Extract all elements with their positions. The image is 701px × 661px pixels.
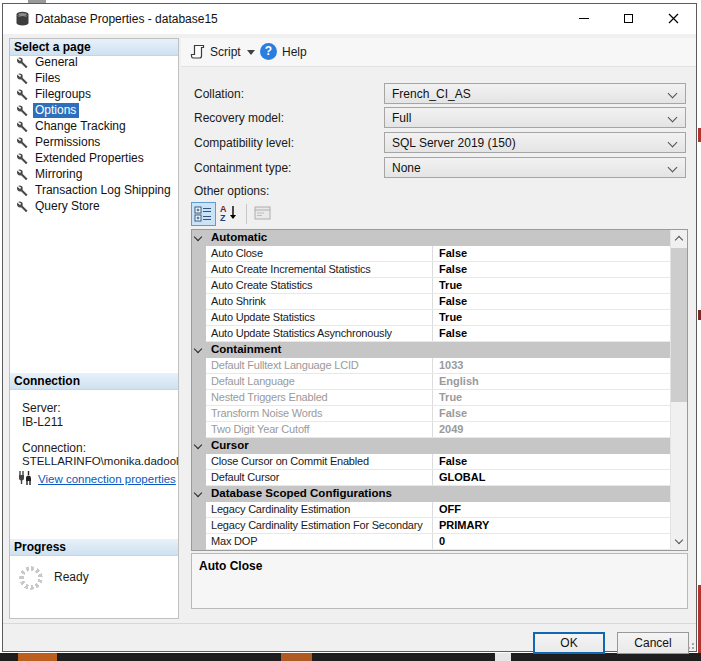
category-cursor[interactable]: Cursor	[192, 438, 670, 454]
wrench-icon	[16, 104, 29, 117]
alphabetical-view-button[interactable]: A Z	[217, 202, 242, 226]
close-button[interactable]	[651, 4, 696, 33]
wrench-icon	[16, 152, 29, 165]
recovery-model-label: Recovery model:	[194, 111, 284, 125]
progress-status: Ready	[54, 570, 89, 584]
property-description-box: Auto Close	[191, 553, 688, 609]
sidebar-item-filegroups[interactable]: Filegroups	[10, 86, 178, 102]
svg-text:Z: Z	[220, 213, 226, 223]
wrench-icon	[16, 184, 29, 197]
property-row[interactable]: Max DOP0	[206, 534, 670, 550]
titlebar[interactable]: Database Properties - database15	[3, 4, 696, 34]
sidebar-item-files[interactable]: Files	[10, 70, 178, 86]
property-row[interactable]: Auto Update StatisticsTrue	[206, 310, 670, 326]
sidebar-item-transaction-log-shipping[interactable]: Transaction Log Shipping	[10, 182, 178, 198]
collapse-icon	[194, 345, 202, 353]
connection-header: Connection	[10, 373, 178, 390]
collapse-icon	[194, 233, 202, 241]
grid-scrollbar[interactable]	[670, 230, 687, 550]
property-row[interactable]: Auto Create Incremental StatisticsFalse	[206, 262, 670, 278]
property-row[interactable]: Auto Create StatisticsTrue	[206, 278, 670, 294]
wrench-icon	[16, 88, 29, 101]
property-row[interactable]: Legacy Cardinality Estimation For Second…	[206, 518, 670, 534]
scroll-up-button[interactable]	[671, 230, 687, 247]
containment-type-label: Containment type:	[194, 161, 291, 175]
chevron-down-icon	[668, 89, 678, 99]
connection-properties-icon	[17, 470, 33, 486]
scroll-thumb[interactable]	[671, 248, 687, 402]
chevron-down-icon	[668, 113, 678, 123]
dialog-toolbar: Script ? Help	[181, 38, 696, 67]
wrench-icon	[16, 200, 29, 213]
wrench-icon	[16, 56, 29, 69]
property-row[interactable]: Default LanguageEnglish	[206, 374, 670, 390]
scroll-down-button[interactable]	[671, 533, 687, 550]
ok-button[interactable]: OK	[533, 632, 605, 654]
property-row[interactable]: Two Digit Year Cutoff2049	[206, 422, 670, 438]
category-containment[interactable]: Containment	[192, 342, 670, 358]
connection-label: Connection:	[22, 441, 86, 455]
grid-gutter	[192, 230, 206, 550]
compatibility-level-select[interactable]: SQL Server 2019 (150)	[384, 132, 686, 153]
wrench-icon	[16, 72, 29, 85]
sidebar-item-change-tracking[interactable]: Change Tracking	[10, 118, 178, 134]
sidebar-item-query-store[interactable]: Query Store	[10, 198, 178, 214]
server-value: IB-L211	[22, 415, 63, 429]
minimize-button[interactable]	[561, 4, 606, 33]
property-row[interactable]: Auto ShrinkFalse	[206, 294, 670, 310]
wrench-icon	[16, 120, 29, 133]
categorized-icon	[192, 203, 215, 225]
connection-value: STELLARINFO\monika.dadool	[22, 455, 179, 467]
property-row[interactable]: Transform Noise WordsFalse	[206, 406, 670, 422]
category-database-scoped-configurations[interactable]: Database Scoped Configurations	[192, 486, 670, 502]
sidebar-item-mirroring[interactable]: Mirroring	[10, 166, 178, 182]
property-row[interactable]: Default CursorGLOBAL	[206, 470, 670, 486]
script-icon	[190, 44, 206, 60]
property-row[interactable]: Nested Triggers EnabledTrue	[206, 390, 670, 406]
chevron-down-icon	[668, 138, 678, 148]
sidebar-item-general[interactable]: General	[10, 54, 178, 70]
recovery-model-select[interactable]: Full	[384, 107, 686, 128]
property-row[interactable]: Default Fulltext Language LCID1033	[206, 358, 670, 374]
property-row[interactable]: Legacy Cardinality EstimationOFF	[206, 502, 670, 518]
property-row[interactable]: Auto CloseFalse	[206, 246, 670, 262]
property-row[interactable]: Auto Update Statistics AsynchronouslyFal…	[206, 326, 670, 342]
view-connection-properties-link[interactable]: View connection properties	[38, 473, 176, 485]
script-button-label[interactable]: Script	[210, 45, 241, 59]
help-button-label[interactable]: Help	[282, 45, 307, 59]
close-icon	[668, 13, 679, 24]
sidebar-item-extended-properties[interactable]: Extended Properties	[10, 150, 178, 166]
containment-type-select[interactable]: None	[384, 157, 686, 178]
left-panel: Select a page General Files Filegroups O…	[9, 38, 179, 619]
compatibility-level-label: Compatibility level:	[194, 136, 294, 150]
chevron-down-icon	[668, 163, 678, 173]
collation-select[interactable]: French_CI_AS	[384, 83, 686, 104]
taskbar-icon-fragment	[281, 653, 312, 661]
az-sort-icon: A Z	[217, 202, 240, 224]
server-label: Server:	[22, 401, 61, 415]
script-dropdown-caret[interactable]	[247, 50, 255, 55]
categorized-view-button[interactable]	[191, 202, 216, 226]
database-icon	[15, 11, 30, 27]
taskbar-icon-fragment	[495, 653, 511, 661]
maximize-button[interactable]	[606, 4, 651, 33]
property-grid: Automatic Auto CloseFalse Auto Create In…	[191, 229, 688, 551]
cancel-button[interactable]: Cancel	[617, 632, 689, 654]
property-row[interactable]: Close Cursor on Commit EnabledFalse	[206, 454, 670, 470]
property-description-title: Auto Close	[199, 559, 262, 573]
category-automatic[interactable]: Automatic	[192, 230, 670, 246]
taskbar-strip	[0, 653, 701, 661]
toolbar-separator	[246, 204, 247, 224]
database-properties-dialog: Database Properties - database15 Select …	[2, 3, 697, 652]
property-pages-icon	[251, 202, 274, 224]
taskbar-icon-fragment	[18, 653, 57, 661]
collation-label: Collation:	[194, 87, 244, 101]
progress-header: Progress	[10, 539, 178, 556]
resize-grip[interactable]	[686, 641, 694, 649]
property-pages-button[interactable]	[251, 202, 276, 226]
wrench-icon	[16, 136, 29, 149]
sidebar-item-options[interactable]: Options	[10, 102, 178, 118]
sidebar-item-permissions[interactable]: Permissions	[10, 134, 178, 150]
collapse-icon	[194, 441, 202, 449]
help-icon: ?	[260, 43, 277, 60]
